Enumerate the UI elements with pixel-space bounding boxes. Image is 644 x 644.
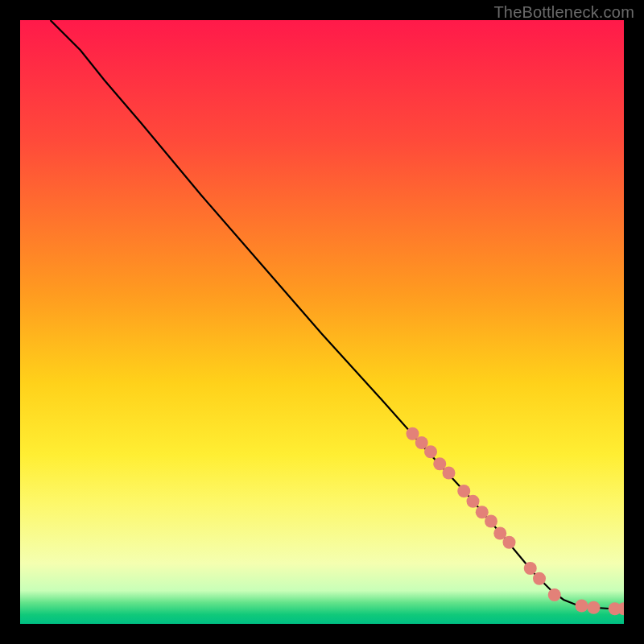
watermark-text: TheBottleneck.com: [493, 3, 634, 22]
chart-canvas: [20, 20, 624, 624]
highlight-dot: [576, 600, 588, 613]
chart-frame: TheBottleneck.com: [0, 0, 644, 644]
highlight-dot: [443, 467, 456, 480]
highlight-dot: [457, 485, 470, 497]
highlight-dot: [424, 445, 437, 458]
highlight-dot: [524, 562, 537, 575]
highlight-dot: [533, 572, 546, 585]
highlight-dot: [485, 515, 497, 528]
plot-area: [20, 20, 624, 624]
highlight-dot: [588, 601, 601, 614]
gradient-background: [20, 20, 624, 624]
highlight-dot: [503, 536, 516, 549]
highlight-dot: [467, 495, 480, 508]
highlight-dot: [548, 588, 561, 601]
